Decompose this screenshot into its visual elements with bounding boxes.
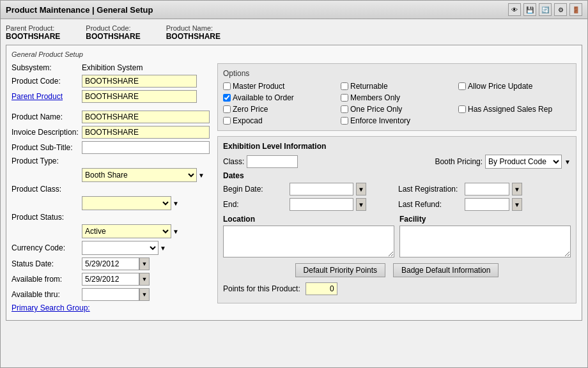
class-input[interactable]	[247, 155, 298, 168]
exit-icon[interactable]: 🚪	[569, 3, 582, 16]
invoice-desc-row: Invoice Description:	[12, 126, 210, 139]
refresh-icon[interactable]: 🔄	[539, 3, 552, 16]
save-icon[interactable]: 💾	[523, 3, 536, 16]
available-thru-label: Available thru:	[12, 290, 82, 299]
parent-product-link[interactable]: Parent Product	[12, 92, 82, 101]
available-thru-btn[interactable]: ▼	[139, 288, 150, 301]
dates-section: Dates Begin Date: ▼ Last Registration:	[223, 171, 571, 211]
enforce-inventory-checkbox[interactable]	[341, 117, 348, 125]
toolbar-icons: 👁 💾 🔄 ⚙ 🚪	[508, 3, 582, 16]
has-assigned-sales-rep-checkbox[interactable]	[458, 105, 466, 113]
parent-product-input[interactable]	[82, 90, 197, 103]
expocad-checkbox[interactable]	[223, 117, 231, 125]
default-priority-points-btn[interactable]: Default Priority Points	[295, 263, 385, 277]
header-product-name: Product Name: BOOTHSHARE	[166, 24, 220, 41]
last-refund-input[interactable]	[465, 198, 509, 211]
end-date-input[interactable]	[290, 198, 353, 211]
begin-date-btn[interactable]: ▼	[356, 183, 366, 195]
product-type-arrow: ▼	[198, 172, 205, 179]
points-input[interactable]	[306, 282, 337, 295]
booth-pricing-label: Booth Pricing:	[435, 157, 483, 166]
available-to-order-checkbox[interactable]	[223, 94, 231, 102]
option-available-to-order: Available to Order	[223, 93, 336, 102]
allow-price-update-checkbox[interactable]	[458, 82, 466, 90]
class-label: Class:	[223, 157, 244, 166]
product-class-select-row: ▼	[12, 196, 210, 210]
title-bar: Product Maintenance | General Setup 👁 💾 …	[1, 1, 587, 19]
primary-search-link[interactable]: Primary Search Group:	[12, 303, 90, 312]
header-product-name-label: Product Name:	[166, 24, 220, 32]
options-title: Options	[223, 69, 571, 78]
settings-icon[interactable]: ⚙	[554, 3, 567, 16]
points-row: Points for this Product:	[223, 280, 571, 298]
returnable-label: Returnable	[350, 82, 388, 91]
last-refund-row: Last Refund: ▼	[398, 198, 571, 211]
product-type-select[interactable]: Booth Share	[82, 168, 197, 182]
header-parent-product: Parent Product: BOOTHSHARE	[6, 24, 60, 41]
class-row: Class: Booth Pricing: By Product Code ▼	[223, 155, 571, 169]
last-refund-btn[interactable]: ▼	[512, 198, 522, 211]
status-date-row: Status Date: ▼	[12, 257, 210, 270]
product-status-select[interactable]: Active	[82, 224, 171, 238]
product-class-label: Product Class:	[12, 185, 82, 194]
begin-date-input[interactable]	[290, 183, 353, 195]
enforce-inventory-label: Enforce Inventory	[350, 116, 410, 125]
subsystem-value: Exhibition System	[82, 63, 143, 72]
options-grid: Master Product Returnable Allow Price Up…	[223, 82, 571, 125]
product-name-input[interactable]	[82, 111, 210, 123]
eye-icon[interactable]: 👁	[508, 3, 521, 16]
options-box: Options Master Product Returnable	[217, 63, 576, 131]
available-from-input[interactable]	[82, 273, 139, 286]
product-code-input[interactable]	[82, 75, 197, 88]
available-from-btn[interactable]: ▼	[139, 273, 150, 286]
members-only-checkbox[interactable]	[341, 94, 348, 102]
status-date-btn[interactable]: ▼	[139, 257, 150, 270]
last-registration-input[interactable]	[465, 183, 509, 195]
option-expocad: Expocad	[223, 116, 336, 125]
facility-input[interactable]	[399, 226, 571, 257]
product-class-select[interactable]	[82, 196, 171, 210]
last-registration-btn[interactable]: ▼	[512, 183, 522, 195]
master-product-checkbox[interactable]	[223, 82, 231, 90]
location-input[interactable]	[223, 226, 394, 257]
product-subtitle-input[interactable]	[82, 141, 210, 154]
main-layout: Subsystem: Exhibition System Product Cod…	[12, 63, 576, 315]
end-date-btn[interactable]: ▼	[356, 198, 366, 211]
currency-code-select[interactable]	[82, 241, 159, 255]
header-product-code-value: BOOTHSHARE	[86, 32, 140, 41]
currency-code-arrow: ▼	[160, 245, 166, 252]
booth-pricing-select[interactable]: By Product Code	[485, 155, 562, 169]
product-class-row: Product Class:	[12, 185, 210, 194]
product-name-row: Product Name:	[12, 111, 210, 123]
zero-price-checkbox[interactable]	[223, 105, 231, 113]
badge-default-information-btn[interactable]: Badge Default Information	[393, 263, 499, 277]
end-date-label: End:	[223, 200, 287, 209]
product-type-row: Product Type:	[12, 157, 210, 165]
product-code-label: Product Code:	[12, 77, 82, 86]
content-area: Parent Product: BOOTHSHARE Product Code:…	[1, 19, 587, 367]
available-from-row: Available from: ▼	[12, 273, 210, 286]
master-product-label: Master Product	[233, 82, 284, 91]
points-label: Points for this Product:	[223, 284, 300, 293]
header-row: Parent Product: BOOTHSHARE Product Code:…	[6, 24, 582, 41]
returnable-checkbox[interactable]	[341, 82, 348, 90]
product-type-label: Product Type:	[12, 157, 82, 165]
available-thru-input[interactable]	[82, 288, 139, 301]
right-panel: Options Master Product Returnable	[217, 63, 576, 315]
dates-grid: Begin Date: ▼ Last Registration: ▼	[223, 183, 571, 211]
header-product-code-label: Product Code:	[86, 24, 140, 32]
product-status-arrow: ▼	[173, 228, 179, 235]
class-field: Class:	[223, 155, 298, 168]
currency-code-label: Currency Code:	[12, 243, 82, 252]
header-parent-product-value: BOOTHSHARE	[6, 32, 60, 41]
invoice-desc-label: Invoice Description:	[12, 128, 82, 137]
header-product-code: Product Code: BOOTHSHARE	[86, 24, 140, 41]
option-has-assigned-sales-rep: Has Assigned Sales Rep	[458, 105, 571, 114]
one-price-only-label: One Price Only	[350, 105, 402, 114]
option-one-price-only: One Price Only	[341, 105, 453, 114]
one-price-only-checkbox[interactable]	[341, 105, 348, 113]
subsystem-label: Subsystem:	[12, 63, 82, 72]
status-date-input[interactable]	[82, 257, 139, 270]
invoice-desc-input[interactable]	[82, 126, 210, 139]
exhibition-title: Exhibition Level Information	[223, 142, 571, 151]
